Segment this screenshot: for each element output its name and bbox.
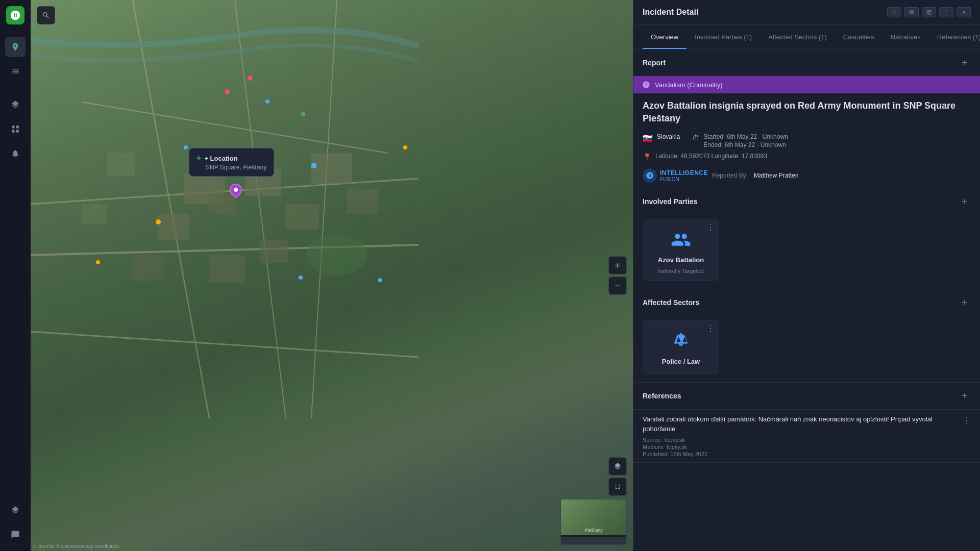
intel-name-group: INTELLIGENCE FUSION <box>660 169 708 182</box>
tab-affected-sectors[interactable]: Affected Sectors (1) <box>760 26 835 49</box>
reference-meta: Source: Topky.sk Medium: Topky.sk Publis… <box>643 437 958 457</box>
report-section: Report + Vandalism (Criminality) Azov Ba… <box>633 49 980 188</box>
tab-overview[interactable]: Overview <box>643 26 687 49</box>
map-pin-7[interactable] <box>184 145 188 149</box>
map-layers-btn[interactable] <box>608 457 627 475</box>
involved-parties-section: Involved Parties + ⋮ Azov Battalion Indi… <box>633 188 980 289</box>
sector-card-police[interactable]: ⋮ Police / Law <box>643 320 719 374</box>
map-icon <box>11 42 20 52</box>
map-pin-4[interactable] <box>311 163 316 168</box>
tab-references[interactable]: References (1) <box>929 26 980 49</box>
reference-menu-btn[interactable]: ⋮ <box>963 416 971 425</box>
svg-rect-9 <box>158 214 189 240</box>
involved-parties-cards: ⋮ Azov Battalion Indirectly Targeted <box>633 215 980 289</box>
reporter-name: Matthew Pratten <box>754 172 798 179</box>
sidebar-item-layers[interactable] <box>5 94 26 115</box>
svg-rect-11 <box>107 153 135 176</box>
vandalism-icon <box>642 80 651 89</box>
sidebar-item-chat[interactable] <box>5 524 26 545</box>
sidebar-item-grid[interactable] <box>5 119 26 139</box>
tooltip-subtitle: SNP Square, Pieštany <box>206 164 266 171</box>
party-card-icon <box>669 228 693 252</box>
map-pin-2[interactable] <box>225 89 230 94</box>
party-card-azov[interactable]: ⋮ Azov Battalion Indirectly Targeted <box>643 219 719 281</box>
map-pin-5[interactable] <box>156 219 161 224</box>
map-attribution: © MapTiler © OpenStreetMap contributors <box>33 544 119 549</box>
panel-title: Incident Detail <box>643 8 698 17</box>
meta-country-row: 🇸🇰 Slovakia ⏱ Started: 6th May 22 - Unkn… <box>633 131 980 151</box>
map-pin-10[interactable] <box>378 278 382 282</box>
zoom-out-btn[interactable]: − <box>608 277 627 295</box>
report-type-badge: Vandalism (Criminality) <box>633 76 980 93</box>
references-title: References <box>643 392 681 400</box>
country-name: Slovakia <box>657 133 680 140</box>
clock-icon: ⏱ <box>692 134 699 142</box>
tooltip-title: + + Location <box>197 154 266 163</box>
map-zoom-controls: + − <box>608 256 627 295</box>
map-search-btn[interactable] <box>37 6 55 24</box>
affected-sectors-add-btn[interactable]: + <box>959 296 971 309</box>
fullscreen-icon <box>614 483 621 490</box>
map-pin-8[interactable] <box>301 112 305 116</box>
map-fullscreen-btn[interactable] <box>608 478 627 496</box>
svg-point-19 <box>306 235 368 276</box>
tab-narratives[interactable]: Narratives <box>883 26 929 49</box>
svg-line-5 <box>31 332 419 357</box>
minimap-label <box>561 535 626 537</box>
map-controls-top <box>37 6 55 24</box>
sector-card-menu-btn[interactable]: ⋮ <box>706 324 715 333</box>
panel-ctrl-1[interactable] <box>887 7 901 17</box>
sidebar-item-layers2[interactable] <box>5 500 26 520</box>
map-extra-controls <box>608 457 627 496</box>
svg-line-4 <box>82 102 388 153</box>
ref-source: Source: Topky.sk <box>643 437 958 443</box>
report-add-btn[interactable]: + <box>959 57 971 69</box>
sector-name: Police / Law <box>662 358 700 365</box>
panel-close-btn[interactable]: ✕ <box>957 7 971 17</box>
panel-ctrl-3[interactable] <box>922 7 936 17</box>
tab-involved-parties[interactable]: Involved Parties (1) <box>687 26 760 49</box>
location-icon: 📍 <box>643 153 651 161</box>
svg-rect-12 <box>286 204 319 230</box>
involved-parties-add-btn[interactable]: + <box>959 195 971 208</box>
map-pin-1[interactable] <box>248 76 253 81</box>
panel-ctrl-icon-2 <box>909 9 915 15</box>
report-section-header: Report + <box>633 49 980 76</box>
sidebar <box>0 0 31 551</box>
minimap-city-label: Piešťany <box>584 528 602 533</box>
layers-icon <box>11 100 20 109</box>
map-minimap[interactable]: Piešťany <box>560 499 627 545</box>
affected-sectors-cards: ⋮ Police / Law <box>633 316 980 382</box>
app-logo[interactable] <box>6 6 24 24</box>
references-header: References + <box>633 383 980 409</box>
party-card-menu-btn[interactable]: ⋮ <box>706 223 715 232</box>
report-type-label: Vandalism (Criminality) <box>655 81 723 89</box>
zoom-in-btn[interactable]: + <box>608 256 627 274</box>
reported-by-row: INTELLIGENCE FUSION Reported By: Matthew… <box>633 163 980 188</box>
map-pin-9[interactable] <box>299 276 303 280</box>
incident-detail-panel: Incident Detail ⋮ ✕ Overview In <box>633 0 980 551</box>
map-container[interactable]: + + Location SNP Square, Pieštany + − <box>31 0 633 551</box>
svg-rect-8 <box>209 194 235 214</box>
reference-item-0[interactable]: Vandali zobrali útokom ďalší pamätník: N… <box>633 409 980 462</box>
map-pin-11[interactable] <box>403 145 407 149</box>
svg-line-2 <box>133 0 209 418</box>
panel-ctrl-2[interactable] <box>904 7 919 17</box>
panel-ctrl-4[interactable]: ⋮ <box>939 7 953 17</box>
incident-title: Azov Battalion insignia sprayed on Red A… <box>633 99 980 131</box>
date-ended: Ended: 6th May 22 - Unknown <box>703 141 788 148</box>
svg-rect-14 <box>209 255 245 283</box>
svg-rect-13 <box>260 240 288 263</box>
sector-icon <box>672 331 690 353</box>
date-started: Started: 6th May 22 - Unknown <box>703 133 788 140</box>
sidebar-item-map[interactable] <box>5 37 26 57</box>
sidebar-item-list[interactable] <box>5 61 26 82</box>
vandalism-svg <box>642 81 650 89</box>
tab-casualties[interactable]: Casualties <box>835 26 883 49</box>
sidebar-item-filter[interactable] <box>5 143 26 164</box>
map-pin-3[interactable] <box>265 99 270 104</box>
svg-line-3 <box>235 0 286 418</box>
map-pin-6[interactable] <box>96 260 100 264</box>
references-add-btn[interactable]: + <box>959 390 971 402</box>
meta-coords-row: 📍 Latitude: 48.592073 Longitude: 17.8309… <box>633 151 980 163</box>
